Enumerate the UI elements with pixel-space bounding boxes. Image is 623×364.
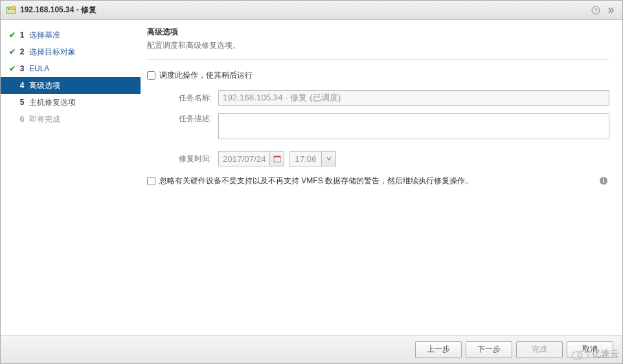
step-advanced-options[interactable]: 4 高级选项 xyxy=(1,77,141,94)
task-name-input[interactable] xyxy=(218,90,609,106)
step-host-repair-options[interactable]: 5 主机修复选项 xyxy=(1,94,141,111)
check-icon: ✔ xyxy=(7,64,17,73)
step-label: 主机修复选项 xyxy=(29,97,76,108)
section-title: 高级选项 xyxy=(147,27,609,38)
task-desc-input[interactable] xyxy=(218,113,609,139)
section-desc: 配置调度和高级修复选项。 xyxy=(147,40,609,51)
svg-rect-10 xyxy=(603,180,604,183)
ignore-warning-row: 忽略有关硬件设备不受支持以及不再支持 VMFS 数据存储的警告，然后继续执行修复… xyxy=(147,176,609,187)
step-label: 即将完成 xyxy=(29,114,60,125)
svg-rect-6 xyxy=(274,156,280,157)
step-label: 选择目标对象 xyxy=(29,47,76,58)
task-desc-row: 任务描述: xyxy=(147,113,609,139)
step-label: 高级选项 xyxy=(29,80,60,91)
titlebar: 192.168.105.34 - 修复 ? xyxy=(1,1,622,20)
schedule-checkbox-label: 调度此操作，使其稍后运行 xyxy=(159,70,253,81)
step-number: 5 xyxy=(17,98,27,107)
cancel-button[interactable]: 取消 xyxy=(567,341,613,358)
repair-time-row: 修复时间: xyxy=(147,151,609,166)
step-eula[interactable]: ✔ 3 EULA xyxy=(1,60,141,77)
ignore-warning-checkbox[interactable] xyxy=(147,177,155,185)
step-select-target[interactable]: ✔ 2 选择目标对象 xyxy=(1,43,141,60)
step-number: 6 xyxy=(17,115,27,124)
schedule-checkbox[interactable] xyxy=(147,71,155,80)
info-icon[interactable] xyxy=(599,176,609,186)
schedule-checkbox-row: 调度此操作，使其稍后运行 xyxy=(147,70,609,81)
task-name-row: 任务名称: xyxy=(147,90,609,106)
step-number: 4 xyxy=(17,81,27,90)
dialog-title: 192.168.105.34 - 修复 xyxy=(20,5,96,16)
svg-point-11 xyxy=(603,178,604,179)
finish-button: 完成 xyxy=(516,341,563,358)
app-icon xyxy=(6,5,16,16)
svg-text:?: ? xyxy=(594,7,597,14)
back-button[interactable]: 上一步 xyxy=(415,341,462,358)
wizard-sidebar: ✔ 1 选择基准 ✔ 2 选择目标对象 ✔ 3 EULA 4 高级选项 5 xyxy=(1,20,141,335)
step-label: EULA xyxy=(29,64,49,73)
step-ready-complete: 6 即将完成 xyxy=(1,111,141,128)
step-number: 2 xyxy=(17,47,27,56)
step-number: 1 xyxy=(17,30,27,40)
check-icon: ✔ xyxy=(7,30,17,40)
divider xyxy=(147,59,609,60)
footer: 上一步 下一步 完成 取消 xyxy=(1,335,622,363)
step-select-baseline[interactable]: ✔ 1 选择基准 xyxy=(1,27,141,43)
ignore-warning-label: 忽略有关硬件设备不受支持以及不再支持 VMFS 数据存储的警告，然后继续执行修复… xyxy=(159,176,599,187)
task-desc-label: 任务描述: xyxy=(147,113,212,124)
time-input[interactable] xyxy=(289,151,322,166)
expand-icon[interactable] xyxy=(606,5,617,16)
svg-point-2 xyxy=(12,6,16,10)
help-icon[interactable]: ? xyxy=(590,5,602,16)
calendar-icon[interactable] xyxy=(270,151,284,166)
check-icon: ✔ xyxy=(7,47,17,56)
next-button[interactable]: 下一步 xyxy=(466,341,512,358)
svg-rect-1 xyxy=(8,8,10,10)
time-dropdown-icon[interactable] xyxy=(322,151,336,166)
repair-time-label: 修复时间: xyxy=(147,154,212,165)
task-name-label: 任务名称: xyxy=(147,93,212,104)
step-label: 选择基准 xyxy=(29,30,60,41)
main-panel: 高级选项 配置调度和高级修复选项。 调度此操作，使其稍后运行 任务名称: 任务描… xyxy=(141,20,622,335)
step-number: 3 xyxy=(17,64,27,73)
date-input[interactable] xyxy=(218,151,270,166)
